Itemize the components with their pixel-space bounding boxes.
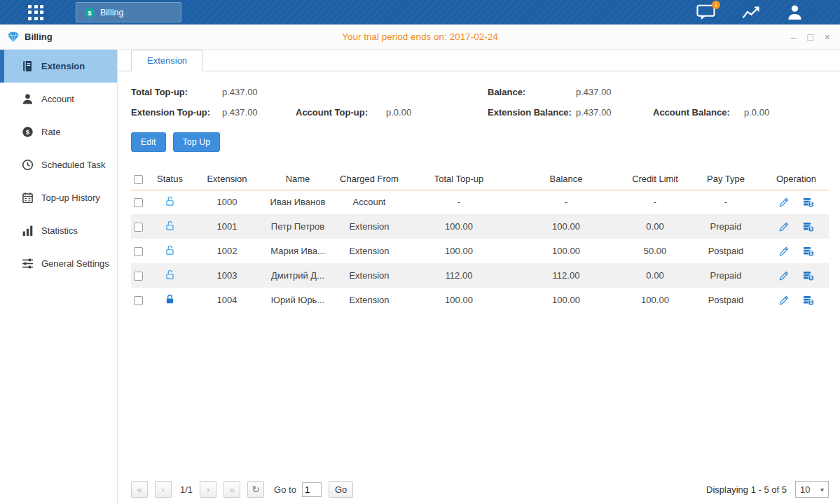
row-checkbox[interactable] [134,198,143,207]
app-title: Billing [0,31,53,43]
lock-icon[interactable] [165,294,175,304]
sidebar-item-label: Extension [41,61,85,71]
go-button[interactable]: Go [329,481,353,498]
sidebar-item-extension[interactable]: Extension [0,50,117,83]
col-status: Status [151,168,189,190]
row-checkbox[interactable] [134,247,143,256]
extension-cell: 1001 [189,214,265,239]
operation-cell [764,288,829,312]
apps-grid-icon[interactable] [28,5,43,20]
top-up-button[interactable]: Top Up [173,132,221,152]
topup-icon[interactable] [803,246,814,257]
sidebar-item-label: Top-up History [41,192,100,203]
sidebar-item-scheduled-task[interactable]: Scheduled Task [0,148,117,181]
unlock-icon[interactable] [165,245,175,255]
balance-cell: - [510,190,622,214]
col-credit-limit: Credit Limit [622,168,688,190]
actions: Edit Top Up [131,132,829,152]
name-cell: Иван Иванов [265,190,331,214]
balance-cell: 112.00 [510,263,622,288]
close-button[interactable]: × [825,32,830,42]
status-cell [151,263,189,288]
edit-button[interactable]: Edit [131,132,166,152]
col-pay-type: Pay Type [688,168,764,190]
tabbar: Extension [118,50,840,71]
row-checkbox[interactable] [134,223,143,232]
page-size-select[interactable]: 10 ▾ [795,481,829,498]
credit-limit-cell: 0.00 [622,214,688,239]
next-page-button[interactable]: › [200,481,216,498]
billing-logo-icon [7,31,20,43]
refresh-icon[interactable]: ↻ [247,481,264,498]
last-page-button[interactable]: » [223,481,240,498]
calendar-icon [22,192,34,204]
maximize-button[interactable]: □ [807,32,813,42]
edit-icon[interactable] [778,246,790,257]
edit-icon[interactable] [778,295,790,306]
unlock-icon[interactable] [165,220,175,231]
unlock-icon[interactable] [165,270,175,280]
balance-cell: 100.00 [510,214,622,239]
select-all-checkbox[interactable] [134,175,143,184]
unlock-icon[interactable] [165,196,175,206]
page-size-value: 10 [800,484,810,495]
sidebar-item-topup-history[interactable]: Top-up History [0,181,117,214]
first-page-button[interactable]: « [131,481,148,498]
sidebar-item-general-settings[interactable]: General Settings [0,247,117,280]
total-topup-value: p.437.00 [222,87,296,97]
total-topup-label: Total Top-up: [131,87,222,97]
balance-cell: 100.00 [510,239,622,263]
topbar-right: ! [696,4,840,20]
account-balance-value: p.0.00 [744,107,829,118]
account-topup-value: p.0.00 [386,107,488,118]
total-topup-cell: 100.00 [408,288,510,312]
balance-cell: 100.00 [510,288,622,312]
sidebar-item-account[interactable]: Account [0,83,117,115]
pagination-bar: « ‹ 1/1 › » ↻ Go to Go Displaying 1 - 5 … [131,481,829,498]
messages-icon[interactable]: ! [696,4,715,20]
row-checkbox[interactable] [134,272,143,281]
topup-icon[interactable] [803,221,814,232]
edit-icon[interactable] [778,197,790,208]
sidebar-item-rate[interactable]: Rate [0,115,117,148]
billing-window: Billing ! Billing Your trial period ends… [0,0,840,504]
edit-icon[interactable] [778,270,790,281]
billing-app-tab[interactable]: Billing [76,2,181,22]
topup-icon[interactable] [803,270,814,281]
sidebar-item-statistics[interactable]: Statistics [0,214,117,247]
edit-icon[interactable] [778,221,790,232]
charged-from-cell: Account [331,190,408,214]
operation-cell [764,190,829,214]
dollar-icon [84,7,95,18]
row-checkbox[interactable] [134,296,143,305]
sidebar-item-label: Rate [41,127,60,137]
status-cell [151,288,189,312]
table-header-row: Status Extension Name Charged From Total… [131,168,829,190]
total-topup-cell: - [408,190,510,214]
table-row: 1003 Дмитрий Д... Extension 112.00 112.0… [131,263,829,288]
trial-notice: Your trial period ends on: 2017-02-24 [0,31,840,42]
table-row: 1004 Юрий Юрь... Extension 100.00 100.00… [131,288,829,312]
main-panel: Extension Total Top-up: p.437.00 Balance… [118,50,840,504]
user-icon[interactable] [786,4,804,20]
credit-limit-cell: 100.00 [622,288,688,312]
charged-from-cell: Extension [331,263,408,288]
minimize-button[interactable]: – [791,32,797,42]
coin-icon [22,126,34,138]
extension-topup-label: Extension Top-up: [131,107,222,118]
operation-cell [764,214,829,239]
titlebar: Billing Your trial period ends on: 2017-… [0,24,840,50]
statistics-icon[interactable] [741,5,760,20]
col-charged-from: Charged From [331,168,408,190]
pay-type-cell: Postpaid [688,239,764,263]
status-cell [151,190,189,214]
topup-icon[interactable] [803,295,814,306]
goto-page-input[interactable] [302,482,322,497]
total-topup-cell: 100.00 [408,239,510,263]
pay-type-cell: Postpaid [688,288,764,312]
tab-extension[interactable]: Extension [131,50,203,71]
ledger-icon [22,60,34,72]
topup-icon[interactable] [803,197,814,208]
prev-page-button[interactable]: ‹ [155,481,172,498]
pay-type-cell: Prepaid [688,263,764,288]
